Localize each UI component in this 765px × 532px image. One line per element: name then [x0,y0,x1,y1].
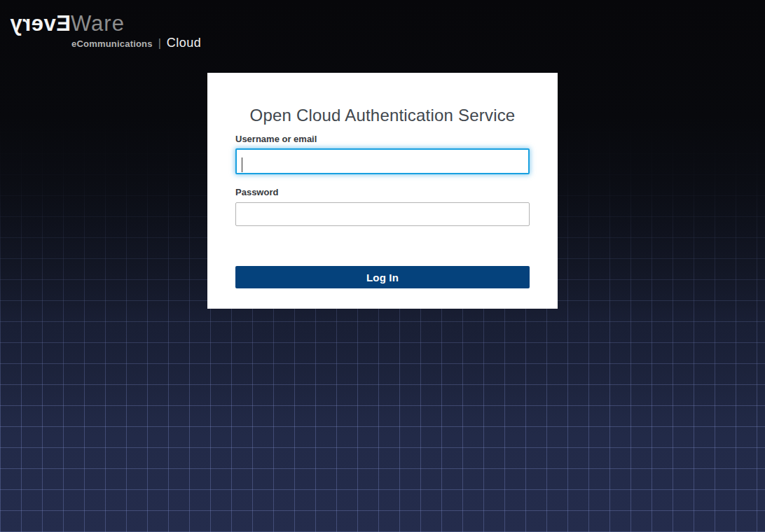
login-page: EveryWare eCommunications | Cloud Open C… [0,0,765,532]
login-form: Username or email Password Log In [235,134,530,288]
login-card: Open Cloud Authentication Service Userna… [207,73,558,309]
brand-logo: EveryWare eCommunications | Cloud [10,13,201,49]
brand-logo-subline: eCommunications | Cloud [71,36,201,49]
brand-logo-every-mirrored: Every [10,13,71,34]
page-title: Open Cloud Authentication Service [235,105,530,125]
logo-divider: | [158,38,161,49]
brand-product-cloud: Cloud [167,36,202,49]
password-input[interactable] [235,202,530,226]
brand-tagline: eCommunications [71,39,153,48]
username-label: Username or email [235,134,530,145]
username-input[interactable] [235,148,530,174]
text-caret [242,158,242,172]
password-label: Password [235,187,530,198]
username-input-wrap [235,148,530,174]
brand-logo-ware: Ware [71,11,125,36]
brand-logo-wordmark: EveryWare [10,13,201,34]
login-button[interactable]: Log In [235,266,530,288]
